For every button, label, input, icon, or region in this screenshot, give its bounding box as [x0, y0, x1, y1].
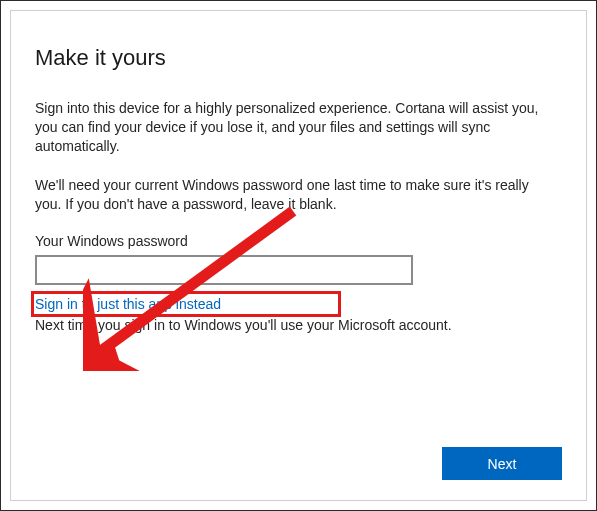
- password-input[interactable]: [35, 255, 413, 285]
- page-title: Make it yours: [35, 45, 562, 71]
- dialog-panel: Make it yours Sign into this device for …: [10, 10, 587, 501]
- sign-in-app-only-link[interactable]: Sign in to just this app instead: [35, 296, 221, 312]
- next-button[interactable]: Next: [442, 447, 562, 480]
- intro-paragraph-1: Sign into this device for a highly perso…: [35, 99, 562, 156]
- intro-paragraph-2: We'll need your current Windows password…: [35, 176, 562, 214]
- password-label: Your Windows password: [35, 233, 562, 249]
- next-time-info: Next time you sign in to Windows you'll …: [35, 317, 562, 333]
- annotation-arrow-icon: [83, 201, 313, 371]
